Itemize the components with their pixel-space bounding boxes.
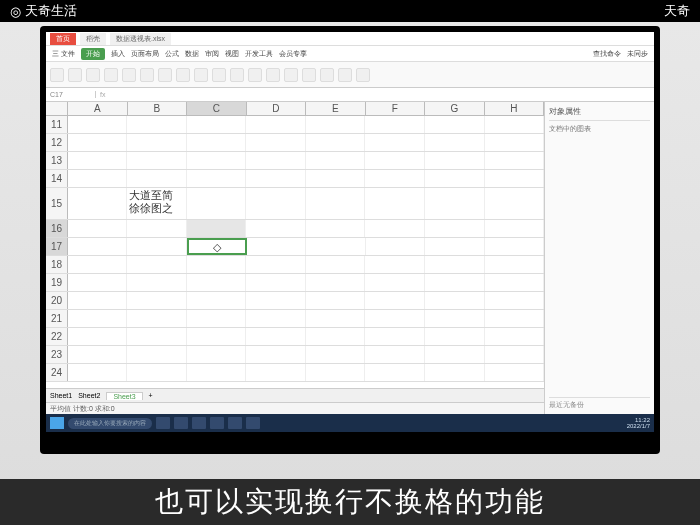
freeze-icon[interactable]	[320, 68, 334, 82]
col-header[interactable]: F	[366, 102, 426, 115]
cell[interactable]	[68, 170, 128, 187]
paste-icon[interactable]	[50, 68, 64, 82]
rowcol-icon[interactable]	[284, 68, 298, 82]
cell[interactable]	[365, 310, 425, 327]
menu-data[interactable]: 数据	[185, 49, 199, 59]
taskbar-clock[interactable]: 11:22 2022/1/7	[627, 417, 650, 429]
cell[interactable]	[306, 134, 366, 151]
cell-c17-active[interactable]: ◇	[187, 238, 247, 255]
cell[interactable]	[425, 220, 485, 237]
tab-file[interactable]: 数据透视表.xlsx	[110, 33, 171, 45]
cell[interactable]	[187, 116, 247, 133]
cell[interactable]	[68, 238, 127, 255]
cell[interactable]	[246, 256, 306, 273]
cell[interactable]	[68, 256, 128, 273]
row-header[interactable]: 18	[46, 256, 68, 273]
tools-icon[interactable]	[338, 68, 352, 82]
cell[interactable]	[485, 116, 545, 133]
row-header[interactable]: 16	[46, 220, 68, 237]
format-icon[interactable]	[176, 68, 190, 82]
wrap-icon[interactable]	[158, 68, 172, 82]
cell[interactable]	[425, 346, 485, 363]
cell[interactable]	[485, 220, 545, 237]
cell[interactable]	[246, 116, 306, 133]
cell[interactable]	[306, 328, 366, 345]
cell[interactable]	[365, 116, 425, 133]
cell[interactable]	[425, 116, 485, 133]
cell[interactable]	[187, 170, 247, 187]
cell[interactable]	[425, 310, 485, 327]
row-header[interactable]: 11	[46, 116, 68, 133]
row-header[interactable]: 23	[46, 346, 68, 363]
cell[interactable]	[187, 256, 247, 273]
ribbon-sync[interactable]: 未同步	[627, 49, 648, 59]
cell[interactable]	[485, 328, 545, 345]
cell[interactable]	[365, 152, 425, 169]
cell[interactable]	[365, 328, 425, 345]
col-header[interactable]: C	[187, 102, 247, 115]
row-header[interactable]: 17	[46, 238, 68, 255]
task-icon[interactable]	[192, 417, 206, 429]
col-header[interactable]: E	[306, 102, 366, 115]
cell[interactable]	[127, 238, 186, 255]
cell[interactable]	[187, 188, 247, 219]
start-button[interactable]	[50, 417, 64, 429]
add-sheet-icon[interactable]: +	[149, 392, 153, 399]
cell-b15[interactable]: 大道至简徐徐图之	[127, 188, 187, 219]
row-header[interactable]: 24	[46, 364, 68, 381]
cell[interactable]	[187, 310, 247, 327]
cell[interactable]	[485, 134, 545, 151]
cell[interactable]	[485, 170, 545, 187]
tab-sheet1[interactable]: Sheet1	[50, 392, 72, 399]
cell[interactable]	[127, 346, 187, 363]
cell[interactable]	[68, 310, 128, 327]
tab-doke[interactable]: 稻壳	[80, 33, 106, 45]
cell[interactable]	[306, 238, 365, 255]
cell[interactable]	[246, 328, 306, 345]
cell[interactable]	[365, 188, 425, 219]
col-header[interactable]: B	[128, 102, 188, 115]
ribbon-search[interactable]: 查找命令	[593, 49, 621, 59]
cell[interactable]	[246, 364, 306, 381]
col-header[interactable]: A	[68, 102, 128, 115]
cell[interactable]	[366, 238, 425, 255]
cell[interactable]	[365, 170, 425, 187]
cell[interactable]	[306, 274, 366, 291]
menu-member[interactable]: 会员专享	[279, 49, 307, 59]
menu-view[interactable]: 视图	[225, 49, 239, 59]
name-box[interactable]: C17	[46, 91, 96, 98]
cell[interactable]	[485, 188, 545, 219]
cell-c16[interactable]	[187, 220, 247, 237]
cell[interactable]	[425, 274, 485, 291]
menu-review[interactable]: 审阅	[205, 49, 219, 59]
cell[interactable]	[127, 152, 187, 169]
cell[interactable]	[306, 152, 366, 169]
cell[interactable]	[485, 364, 545, 381]
cell[interactable]	[306, 188, 366, 219]
tab-home[interactable]: 首页	[50, 33, 76, 45]
cell[interactable]	[246, 152, 306, 169]
cell[interactable]	[365, 292, 425, 309]
cell[interactable]	[187, 292, 247, 309]
cell[interactable]	[425, 364, 485, 381]
cell[interactable]	[485, 152, 545, 169]
cell[interactable]	[187, 134, 247, 151]
sort-icon[interactable]	[230, 68, 244, 82]
cell[interactable]	[425, 238, 484, 255]
task-icon[interactable]	[228, 417, 242, 429]
spreadsheet-grid[interactable]: A B C D E F G H 11 12 13 14 15大道至简	[46, 102, 544, 414]
cell[interactable]	[127, 116, 187, 133]
cell[interactable]	[68, 220, 128, 237]
cell[interactable]	[68, 274, 128, 291]
fx-icon[interactable]: fx	[96, 91, 109, 98]
col-header[interactable]: G	[425, 102, 485, 115]
menu-insert[interactable]: 插入	[111, 49, 125, 59]
menu-start[interactable]: 开始	[81, 48, 105, 60]
cell[interactable]	[246, 274, 306, 291]
menu-formula[interactable]: 公式	[165, 49, 179, 59]
cell[interactable]	[68, 134, 128, 151]
worksheet-icon[interactable]	[302, 68, 316, 82]
cell[interactable]	[425, 188, 485, 219]
cell[interactable]	[68, 364, 128, 381]
cell[interactable]	[365, 346, 425, 363]
